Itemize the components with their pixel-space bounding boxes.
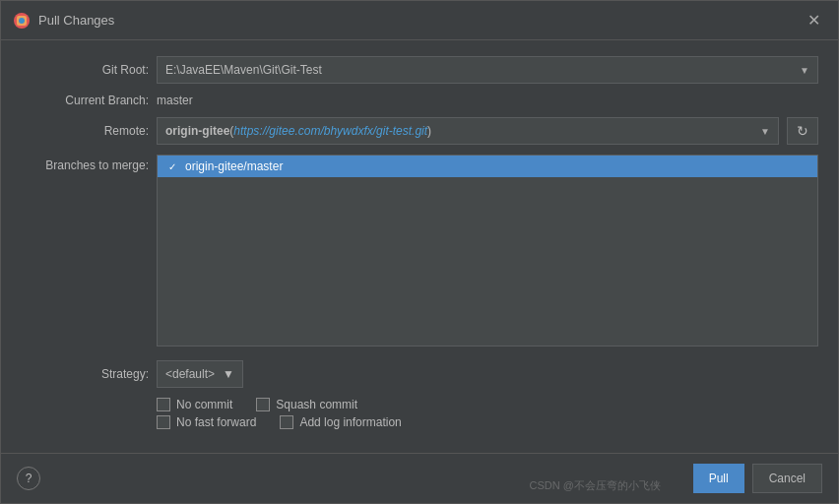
git-root-row: Git Root: E:\JavaEE\Maven\Git\Git-Test ▼ [21, 56, 818, 84]
strategy-value: <default> [165, 367, 215, 381]
remote-row: Remote: origin-gitee(https://gitee.com/b… [21, 117, 818, 145]
dialog-content: Git Root: E:\JavaEE\Maven\Git\Git-Test ▼… [1, 40, 838, 453]
pull-changes-dialog: Pull Changes ✕ Git Root: E:\JavaEE\Maven… [0, 0, 839, 504]
no-fast-forward-label: No fast forward [176, 415, 256, 429]
add-log-label: Add log information [299, 415, 401, 429]
current-branch-value: master [157, 94, 193, 107]
branch-checkbox: ✓ [165, 159, 179, 173]
close-button[interactable]: ✕ [802, 11, 826, 31]
strategy-arrow-icon: ▼ [223, 367, 234, 381]
add-log-checkbox-item[interactable]: Add log information [280, 415, 401, 429]
refresh-icon: ↻ [797, 123, 808, 139]
branch-item[interactable]: ✓ origin-gitee/master [158, 156, 817, 177]
svg-point-2 [19, 18, 25, 24]
dialog-footer: ? Pull Cancel [1, 453, 838, 503]
branches-label: Branches to merge: [21, 155, 149, 172]
remote-url: https://gitee.com/bhywdxfx/git-test.git [233, 124, 427, 138]
no-commit-checkbox[interactable] [157, 398, 170, 411]
help-button[interactable]: ? [17, 467, 40, 490]
no-fast-forward-checkbox[interactable] [157, 415, 170, 429]
remote-label: Remote: [21, 124, 149, 138]
cancel-button[interactable]: Cancel [752, 464, 822, 493]
options-section: No commit Squash commit No fast forward … [157, 398, 818, 429]
dialog-title: Pull Changes [38, 13, 114, 28]
remote-dropdown[interactable]: origin-gitee(https://gitee.com/bhywdxfx/… [157, 117, 779, 145]
git-root-label: Git Root: [21, 63, 149, 77]
strategy-row: Strategy: <default> ▼ [21, 360, 818, 388]
options-row-1: No commit Squash commit [157, 398, 818, 411]
squash-commit-checkbox-item[interactable]: Squash commit [256, 398, 357, 411]
help-icon: ? [26, 472, 32, 485]
strategy-dropdown[interactable]: <default> ▼ [157, 360, 243, 388]
remote-display: origin-gitee(https://gitee.com/bhywdxfx/… [165, 124, 431, 138]
no-commit-label: No commit [176, 398, 232, 411]
title-bar: Pull Changes ✕ [1, 1, 838, 40]
current-branch-label: Current Branch: [21, 94, 149, 107]
strategy-label: Strategy: [21, 367, 149, 381]
add-log-checkbox[interactable] [280, 415, 293, 429]
pull-button[interactable]: Pull [693, 464, 744, 493]
options-row-2: No fast forward Add log information [157, 415, 818, 429]
git-root-arrow-icon: ▼ [800, 65, 809, 76]
squash-commit-label: Squash commit [276, 398, 357, 411]
branches-row: Branches to merge: ✓ origin-gitee/master [21, 155, 818, 346]
no-fast-forward-checkbox-item[interactable]: No fast forward [157, 415, 256, 429]
squash-commit-checkbox[interactable] [256, 398, 270, 411]
footer-buttons: Pull Cancel [693, 464, 822, 493]
remote-name: origin-gitee [165, 124, 229, 138]
current-branch-row: Current Branch: master [21, 94, 818, 107]
branch-item-label: origin-gitee/master [185, 159, 283, 173]
git-root-value: E:\JavaEE\Maven\Git\Git-Test [165, 63, 322, 77]
no-commit-checkbox-item[interactable]: No commit [157, 398, 232, 411]
refresh-button[interactable]: ↻ [787, 117, 818, 145]
git-root-dropdown[interactable]: E:\JavaEE\Maven\Git\Git-Test ▼ [157, 56, 818, 84]
title-bar-left: Pull Changes [13, 12, 114, 30]
app-icon [13, 12, 31, 30]
branches-list[interactable]: ✓ origin-gitee/master [157, 155, 818, 346]
remote-arrow-icon: ▼ [760, 126, 770, 137]
